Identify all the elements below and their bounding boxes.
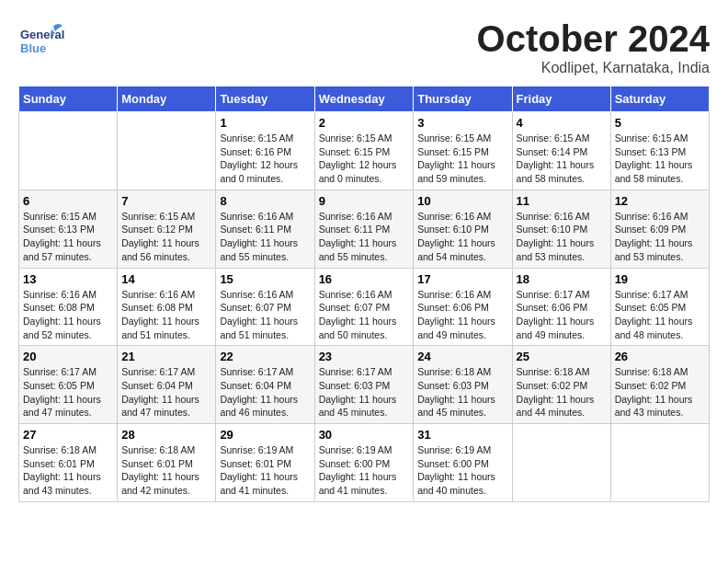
- calendar-cell: 28Sunrise: 6:18 AM Sunset: 6:01 PM Dayli…: [118, 424, 216, 502]
- day-info: Sunrise: 6:16 AM Sunset: 6:10 PM Dayligh…: [517, 210, 607, 264]
- day-info: Sunrise: 6:18 AM Sunset: 6:03 PM Dayligh…: [417, 365, 507, 419]
- day-number: 1: [220, 116, 310, 130]
- day-info: Sunrise: 6:18 AM Sunset: 6:02 PM Dayligh…: [615, 365, 705, 419]
- day-number: 22: [220, 350, 310, 363]
- calendar-cell: 17Sunrise: 6:16 AM Sunset: 6:06 PM Dayli…: [414, 268, 512, 346]
- calendar-cell: 6Sunrise: 6:15 AM Sunset: 6:13 PM Daylig…: [19, 190, 118, 268]
- day-number: 6: [23, 194, 113, 208]
- day-number: 14: [121, 272, 211, 286]
- day-number: 21: [121, 350, 211, 363]
- calendar-cell: 4Sunrise: 6:15 AM Sunset: 6:14 PM Daylig…: [512, 112, 610, 190]
- calendar-cell: 27Sunrise: 6:18 AM Sunset: 6:01 PM Dayli…: [19, 424, 118, 502]
- calendar-week-row: 20Sunrise: 6:17 AM Sunset: 6:05 PM Dayli…: [19, 346, 710, 424]
- calendar-cell: 13Sunrise: 6:16 AM Sunset: 6:08 PM Dayli…: [19, 268, 118, 346]
- calendar-cell: 21Sunrise: 6:17 AM Sunset: 6:04 PM Dayli…: [118, 346, 216, 424]
- calendar-cell: 22Sunrise: 6:17 AM Sunset: 6:04 PM Dayli…: [216, 346, 314, 424]
- day-number: 9: [319, 194, 410, 208]
- day-info: Sunrise: 6:16 AM Sunset: 6:06 PM Dayligh…: [417, 288, 507, 342]
- month-title: October 2024: [477, 18, 710, 60]
- location: Kodlipet, Karnataka, India: [477, 60, 710, 76]
- calendar-cell: 25Sunrise: 6:18 AM Sunset: 6:02 PM Dayli…: [512, 346, 610, 424]
- calendar-cell: 8Sunrise: 6:16 AM Sunset: 6:11 PM Daylig…: [216, 190, 314, 268]
- day-number: 16: [319, 272, 410, 286]
- calendar-cell: 24Sunrise: 6:18 AM Sunset: 6:03 PM Dayli…: [414, 346, 512, 424]
- day-info: Sunrise: 6:16 AM Sunset: 6:11 PM Dayligh…: [319, 210, 410, 264]
- svg-text:General: General: [20, 28, 64, 41]
- day-number: 13: [23, 272, 113, 286]
- day-number: 2: [319, 116, 410, 130]
- day-number: 26: [615, 350, 705, 363]
- day-info: Sunrise: 6:16 AM Sunset: 6:10 PM Dayligh…: [417, 210, 507, 264]
- weekday-header: Friday: [512, 86, 610, 112]
- weekday-header: Thursday: [414, 86, 512, 112]
- calendar-cell: 12Sunrise: 6:16 AM Sunset: 6:09 PM Dayli…: [610, 190, 709, 268]
- calendar-cell: 1Sunrise: 6:15 AM Sunset: 6:16 PM Daylig…: [216, 112, 314, 190]
- day-info: Sunrise: 6:17 AM Sunset: 6:06 PM Dayligh…: [517, 288, 607, 342]
- day-info: Sunrise: 6:16 AM Sunset: 6:08 PM Dayligh…: [121, 288, 211, 342]
- day-info: Sunrise: 6:19 AM Sunset: 6:00 PM Dayligh…: [417, 443, 507, 498]
- calendar-cell: 30Sunrise: 6:19 AM Sunset: 6:00 PM Dayli…: [314, 424, 414, 502]
- day-info: Sunrise: 6:16 AM Sunset: 6:09 PM Dayligh…: [615, 210, 705, 264]
- weekday-header: Tuesday: [216, 86, 314, 112]
- day-info: Sunrise: 6:18 AM Sunset: 6:02 PM Dayligh…: [517, 365, 607, 419]
- calendar-cell: 29Sunrise: 6:19 AM Sunset: 6:01 PM Dayli…: [216, 424, 314, 502]
- day-info: Sunrise: 6:18 AM Sunset: 6:01 PM Dayligh…: [121, 443, 211, 498]
- day-number: 24: [417, 350, 507, 363]
- calendar-cell: 20Sunrise: 6:17 AM Sunset: 6:05 PM Dayli…: [19, 346, 118, 424]
- weekday-header: Monday: [118, 86, 216, 112]
- day-info: Sunrise: 6:18 AM Sunset: 6:01 PM Dayligh…: [23, 443, 113, 498]
- day-number: 31: [417, 428, 507, 442]
- day-info: Sunrise: 6:19 AM Sunset: 6:01 PM Dayligh…: [220, 443, 310, 498]
- calendar-cell: 14Sunrise: 6:16 AM Sunset: 6:08 PM Dayli…: [118, 268, 216, 346]
- calendar-cell: 9Sunrise: 6:16 AM Sunset: 6:11 PM Daylig…: [314, 190, 414, 268]
- day-info: Sunrise: 6:17 AM Sunset: 6:05 PM Dayligh…: [23, 365, 113, 419]
- day-number: 18: [517, 272, 607, 286]
- day-number: 15: [220, 272, 310, 286]
- calendar-cell: 5Sunrise: 6:15 AM Sunset: 6:13 PM Daylig…: [610, 112, 709, 190]
- calendar-cell: 26Sunrise: 6:18 AM Sunset: 6:02 PM Dayli…: [610, 346, 709, 424]
- day-number: 20: [23, 350, 113, 363]
- calendar-week-row: 27Sunrise: 6:18 AM Sunset: 6:01 PM Dayli…: [19, 424, 710, 502]
- day-number: 5: [615, 116, 705, 130]
- day-number: 27: [23, 428, 113, 442]
- calendar-cell: 3Sunrise: 6:15 AM Sunset: 6:15 PM Daylig…: [414, 112, 512, 190]
- calendar-cell: 23Sunrise: 6:17 AM Sunset: 6:03 PM Dayli…: [314, 346, 414, 424]
- day-info: Sunrise: 6:17 AM Sunset: 6:04 PM Dayligh…: [121, 365, 211, 419]
- calendar-cell: 31Sunrise: 6:19 AM Sunset: 6:00 PM Dayli…: [414, 424, 512, 502]
- day-info: Sunrise: 6:15 AM Sunset: 6:13 PM Dayligh…: [23, 210, 113, 264]
- calendar-cell: [118, 112, 216, 190]
- day-number: 7: [121, 194, 211, 208]
- day-number: 28: [121, 428, 211, 442]
- calendar-cell: 2Sunrise: 6:15 AM Sunset: 6:15 PM Daylig…: [314, 112, 414, 190]
- day-number: 23: [319, 350, 410, 363]
- day-info: Sunrise: 6:17 AM Sunset: 6:04 PM Dayligh…: [220, 365, 310, 419]
- weekday-header: Saturday: [610, 86, 709, 112]
- day-number: 30: [319, 428, 410, 442]
- day-number: 29: [220, 428, 310, 442]
- calendar-cell: 18Sunrise: 6:17 AM Sunset: 6:06 PM Dayli…: [512, 268, 610, 346]
- calendar-cell: [512, 424, 610, 502]
- day-number: 12: [615, 194, 705, 208]
- day-info: Sunrise: 6:15 AM Sunset: 6:15 PM Dayligh…: [319, 132, 410, 186]
- day-number: 8: [220, 194, 310, 208]
- svg-text:Blue: Blue: [20, 41, 46, 55]
- calendar-table: SundayMondayTuesdayWednesdayThursdayFrid…: [18, 86, 710, 502]
- weekday-header-row: SundayMondayTuesdayWednesdayThursdayFrid…: [19, 86, 710, 112]
- logo: General Blue: [18, 18, 64, 64]
- day-info: Sunrise: 6:16 AM Sunset: 6:08 PM Dayligh…: [23, 288, 113, 342]
- day-info: Sunrise: 6:15 AM Sunset: 6:15 PM Dayligh…: [417, 132, 507, 186]
- day-info: Sunrise: 6:19 AM Sunset: 6:00 PM Dayligh…: [319, 443, 410, 498]
- day-info: Sunrise: 6:17 AM Sunset: 6:05 PM Dayligh…: [615, 288, 705, 342]
- calendar-cell: [19, 112, 118, 190]
- day-number: 25: [517, 350, 607, 363]
- day-info: Sunrise: 6:16 AM Sunset: 6:07 PM Dayligh…: [319, 288, 410, 342]
- day-info: Sunrise: 6:15 AM Sunset: 6:16 PM Dayligh…: [220, 132, 310, 186]
- calendar-cell: 15Sunrise: 6:16 AM Sunset: 6:07 PM Dayli…: [216, 268, 314, 346]
- title-block: October 2024 Kodlipet, Karnataka, India: [477, 18, 710, 76]
- day-info: Sunrise: 6:16 AM Sunset: 6:07 PM Dayligh…: [220, 288, 310, 342]
- day-info: Sunrise: 6:15 AM Sunset: 6:14 PM Dayligh…: [517, 132, 607, 186]
- day-number: 19: [615, 272, 705, 286]
- weekday-header: Wednesday: [314, 86, 414, 112]
- calendar-cell: 16Sunrise: 6:16 AM Sunset: 6:07 PM Dayli…: [314, 268, 414, 346]
- calendar-cell: 19Sunrise: 6:17 AM Sunset: 6:05 PM Dayli…: [610, 268, 709, 346]
